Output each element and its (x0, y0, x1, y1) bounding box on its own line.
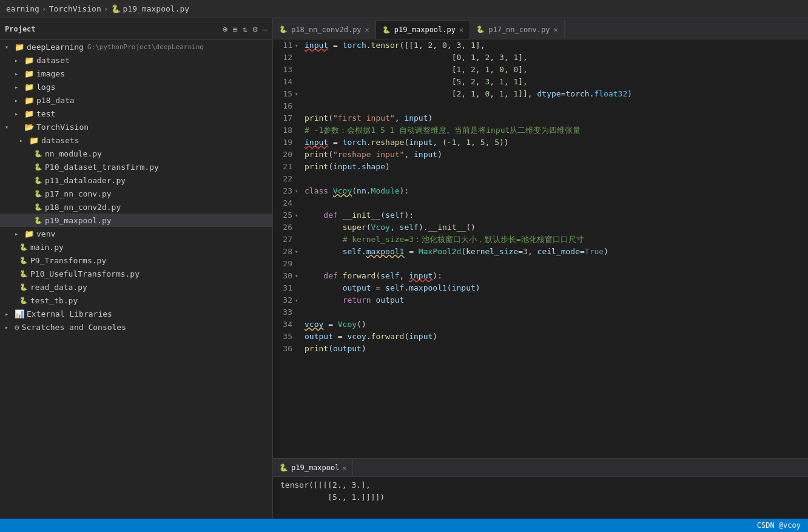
tab-p19-close[interactable]: ✕ (459, 25, 463, 34)
fold-11: ▾ (295, 39, 298, 52)
sidebar-root-path: G:\pythonProject\deepLearning (87, 43, 204, 51)
root-folder-icon: 📁 (15, 42, 24, 52)
tab-p17-icon: 🐍 (476, 25, 485, 33)
datasets-arrow: ▸ (19, 137, 29, 144)
tab-p18-close[interactable]: ✕ (365, 25, 369, 34)
code-line-27: # kernel_size=3：池化核窗口大小，默认步长=池化核窗口口尺寸 (305, 234, 808, 246)
tab-p18[interactable]: 🐍 p18_nn_conv2d.py ✕ (273, 20, 376, 39)
testtb-label: test_tb.py (30, 296, 78, 305)
tab-p19[interactable]: 🐍 p19_maxpool.py ✕ (376, 20, 470, 39)
extlibs-icon: 📊 (15, 309, 24, 318)
code-line-26: super(Vcoy, self).__init__() (305, 221, 808, 234)
dataset-folder-icon: 📁 (24, 56, 34, 65)
images-arrow: ▸ (15, 70, 24, 77)
sidebar-item-venv[interactable]: ▸ 📁 venv (0, 227, 272, 240)
sidebar-item-p17[interactable]: 🐍 p17_nn_conv.py (0, 187, 272, 200)
collapse-icon[interactable]: ≡ (232, 24, 237, 34)
bottom-tab-py-icon: 🐍 (279, 463, 288, 472)
code-line-17: print("first input", input) (305, 112, 808, 124)
fold-15: ▾ (295, 88, 298, 100)
console-line-2: [5., 1.]]]]) (280, 491, 801, 503)
bottom-tab-close[interactable]: ✕ (342, 464, 346, 472)
p10useful-label: P10_UsefulTransforms.py (30, 269, 140, 278)
p17-label: p17_nn_conv.py (45, 189, 112, 198)
sidebar-item-datasets[interactable]: ▸ 📁 datasets (0, 133, 272, 147)
code-line-20: print("reshape input", input) (305, 149, 808, 161)
sidebar-item-p19[interactable]: 🐍 p19_maxpool.py (0, 214, 272, 227)
p18data-arrow: ▸ (15, 97, 24, 104)
extlibs-label: External Libraries (27, 309, 112, 318)
test-folder-icon: 📁 (24, 109, 34, 118)
code-line-33 (305, 306, 808, 318)
breadcrumb-sep-2: › (104, 4, 109, 13)
code-line-25: ▾ def __init__(self): (305, 209, 808, 221)
sidebar-item-logs[interactable]: ▸ 📁 logs (0, 80, 272, 93)
fold-30: ▾ (295, 270, 298, 282)
torchvision-folder-icon: 📂 (24, 123, 34, 132)
breadcrumb-sep-1: › (42, 4, 47, 13)
tab-p17-close[interactable]: ✕ (553, 25, 557, 34)
minimize-icon[interactable]: — (263, 24, 268, 34)
bottom-tab-p19[interactable]: 🐍 p19_maxpool ✕ (273, 459, 353, 477)
sidebar-item-p10-dataset[interactable]: 🐍 P10_dataset_transfirm.py (0, 160, 272, 173)
scratches-label: Scratches and Consoles (22, 323, 126, 332)
console-output: tensor([[[[2., 3.], [5., 1.]]]]) (273, 477, 808, 519)
p18data-folder-icon: 📁 (24, 96, 34, 105)
sidebar-item-p18[interactable]: 🐍 p18_nn_conv2d.py (0, 200, 272, 214)
sidebar-item-extlibs[interactable]: ▸ 📊 External Libraries (0, 307, 272, 320)
sidebar-item-p9[interactable]: 🐍 P9_Transforms.py (0, 254, 272, 267)
test-arrow: ▸ (15, 110, 24, 117)
main-py-icon: 🐍 (19, 243, 28, 251)
sidebar-item-testtb[interactable]: 🐍 test_tb.py (0, 294, 272, 307)
code-line-32: ▾ return output (305, 294, 808, 306)
readdata-label: read_data.py (30, 283, 87, 292)
sidebar-item-p18data[interactable]: ▸ 📁 p18_data (0, 93, 272, 107)
datasets-label: datasets (41, 136, 79, 145)
status-bar: CSDN @vcoy (0, 519, 808, 532)
torchvision-arrow: ▾ (5, 124, 24, 130)
sidebar-root[interactable]: ▾ 📁 deepLearning G:\pythonProject\deepLe… (0, 40, 272, 53)
sidebar-header: Project ⊕ ≡ ⇅ ⚙ — (0, 18, 272, 40)
p11-label: p11_dataloader.py (45, 176, 126, 185)
sidebar-item-p11[interactable]: 🐍 p11_dataloader.py (0, 173, 272, 187)
test-label: test (36, 109, 55, 118)
p11-py-icon: 🐍 (34, 177, 42, 184)
sidebar-root-label: deepLearning (27, 42, 84, 52)
breadcrumb-earning: earning (6, 4, 39, 13)
dataset-label: dataset (36, 56, 70, 65)
images-folder-icon: 📁 (24, 69, 34, 78)
bottom-tabs: 🐍 p19_maxpool ✕ (273, 459, 808, 477)
sidebar-title: Project (5, 25, 36, 33)
sidebar-item-main[interactable]: 🐍 main.py (0, 240, 272, 254)
file-icon-breadcrumb: 🐍 (111, 4, 121, 13)
torchvision-label: TorchVision (36, 123, 89, 132)
p10useful-py-icon: 🐍 (19, 270, 28, 278)
sidebar-item-p10useful[interactable]: 🐍 P10_UsefulTransforms.py (0, 267, 272, 280)
code-line-13: [1, 2, 1, 0, 0], (305, 64, 808, 76)
code-editor[interactable]: 11 12 13 14 15 16 17 18 19 20 21 22 23 2… (273, 39, 808, 458)
code-line-14: [5, 2, 3, 1, 1], (305, 76, 808, 88)
sidebar-item-nn-module[interactable]: 🐍 nn_module.py (0, 147, 272, 160)
sidebar-item-torchvision[interactable]: ▾ 📂 TorchVision (0, 120, 272, 133)
venv-arrow: ▸ (15, 231, 24, 237)
logs-label: logs (36, 82, 55, 92)
add-folder-icon[interactable]: ⊕ (223, 24, 227, 34)
expand-icon[interactable]: ⇅ (243, 24, 247, 34)
sidebar-item-test[interactable]: ▸ 📁 test (0, 107, 272, 120)
bottom-tab-label: p19_maxpool (291, 463, 339, 472)
venv-label: venv (36, 229, 55, 238)
sidebar-item-images[interactable]: ▸ 📁 images (0, 67, 272, 80)
code-lines[interactable]: ▾ input = torch.tensor([[1, 2, 0, 3, 1],… (297, 39, 808, 458)
sidebar-item-scratches[interactable]: ▸ ⚙ Scratches and Consoles (0, 320, 272, 334)
settings-icon[interactable]: ⚙ (252, 24, 257, 34)
sidebar-tree: ▾ 📁 deepLearning G:\pythonProject\deepLe… (0, 40, 272, 519)
code-line-19: input = torch.reshape(input, (-1, 1, 5, … (305, 136, 808, 149)
tab-p17[interactable]: 🐍 p17_nn_conv.py ✕ (470, 20, 564, 39)
scratches-icon: ⚙ (15, 323, 19, 332)
scratches-arrow: ▸ (5, 324, 15, 331)
sidebar-item-readdata[interactable]: 🐍 read_data.py (0, 280, 272, 294)
code-line-34: vcoy = Vcoy() (305, 318, 808, 331)
sidebar-item-dataset[interactable]: ▸ 📁 dataset (0, 53, 272, 67)
readdata-py-icon: 🐍 (19, 283, 28, 291)
images-label: images (36, 69, 65, 78)
